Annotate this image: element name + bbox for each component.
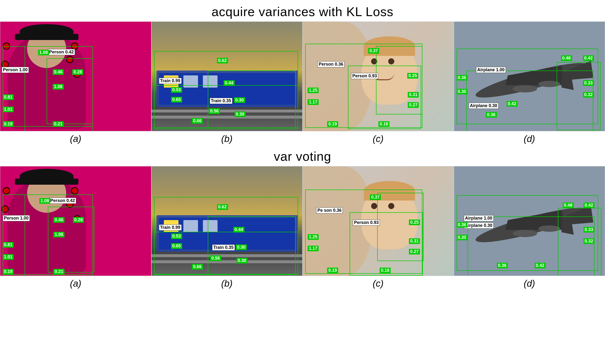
caption-top-d: (d) <box>454 131 605 145</box>
svg-point-5 <box>538 81 560 87</box>
caption-bot-c: (c) <box>302 276 454 289</box>
cell-bot-b: Train 0.99 Train 0.35 0.62 0.44 0.53 0.3… <box>151 166 303 276</box>
cell-top-a: Person 1.00 Person 0.42 1.08 0.46 0.28 1… <box>0 22 151 131</box>
cell-top-d: Airplane 1.00 Airplane 0.30 0.48 0.42 0.… <box>454 22 605 131</box>
cell-bot-c: Pe son 0.36 Person 0.93 0.37 0.25 1.25 0… <box>302 166 454 276</box>
cell-bot-a: Person 1.00 Person 0.42 1.08 0.46 0.28 1… <box>0 166 151 276</box>
main-title: acquire variances with KL Loss <box>0 0 605 22</box>
caption-bot-d: (d) <box>454 276 605 289</box>
cell-top-c: Person 0.36 Person 0.93 0.37 0.25 1.25 0… <box>302 22 454 131</box>
section-title: var voting <box>0 145 605 166</box>
svg-point-10 <box>513 230 537 237</box>
svg-point-4 <box>513 85 537 92</box>
caption-top-c: (c) <box>302 131 454 145</box>
svg-point-11 <box>538 225 560 232</box>
caption-top-b: (b) <box>151 131 303 145</box>
caption-bot-a: (a) <box>0 276 151 289</box>
airplane-svg-top <box>464 46 601 114</box>
airplane-svg-bot <box>464 191 601 259</box>
caption-top-a: (a) <box>0 131 151 145</box>
cell-bot-d: Airplane 1.00 Airplane 0.30 0.48 0.42 0.… <box>454 166 605 276</box>
caption-bot-b: (b) <box>151 276 303 289</box>
cell-top-b: Train 0.99 Train 0.35 0.62 0.44 0.53 0.3… <box>151 22 303 131</box>
